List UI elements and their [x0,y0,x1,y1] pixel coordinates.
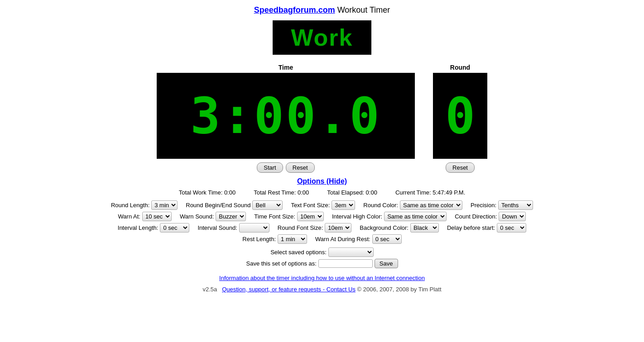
round-length-pair: Round Length: 3 min1 min2 min4 min5 min [111,200,178,210]
start-button[interactable]: Start [257,162,283,173]
bg-color-pair: Background Color: BlackWhiteRedGreenBlue [360,223,439,233]
time-display: 3:00.0 [157,73,415,159]
round-font-size-pair: Round Font Size: 10em8em6em12em [278,223,351,233]
time-btn-row: Start Reset [257,162,314,173]
stats-row: Total Work Time: 0:00 Total Rest Time: 0… [0,189,644,196]
round-sound-select[interactable]: BellBuzzerNone [252,200,283,210]
rest-length-pair: Rest Length: 1 min0 sec30 sec2 min [242,234,307,244]
warn-sound-pair: Warn Sound: BuzzerBellNone [180,212,246,221]
save-row: Select saved options: [28,247,616,257]
warn-sound-select[interactable]: BuzzerBellNone [216,212,246,221]
interval-high-color-select[interactable]: Same as time colorRedGreen [384,212,447,221]
interval-sound-label: Interval Sound: [197,224,237,231]
time-label: Time [279,64,293,71]
total-elapsed-stat: Total Elapsed: 0:00 [327,189,377,196]
total-work-stat: Total Work Time: 0:00 [179,189,235,196]
warn-at-rest-label: Warn At During Rest: [315,236,370,242]
info-link[interactable]: Information about the timer including ho… [0,275,644,281]
round-reset-button[interactable]: Reset [446,162,475,173]
select-saved-select[interactable] [328,247,374,257]
interval-high-color-label: Interval High Color: [332,213,382,220]
warn-at-rest-pair: Warn At During Rest: 0 sec5 sec10 sec [315,234,402,244]
round-btn-row: Reset [446,162,475,173]
select-saved-label: Select saved options: [270,249,327,256]
work-banner: Work [273,20,371,55]
round-display: 0 [433,73,487,159]
round-label: Round [450,64,470,71]
save-button[interactable]: Save [375,259,398,268]
options-row-2: Warn At: 10 sec5 sec0 sec15 sec Warn Sou… [28,212,616,221]
count-direction-label: Count Direction: [455,213,497,220]
rest-length-label: Rest Length: [242,236,276,242]
time-font-size-select[interactable]: 10em8em6em12em [297,212,324,221]
text-font-size-pair: Text Font Size: 3em2em4em [291,200,355,210]
time-font-size-pair: Time Font Size: 10em8em6em12em [254,212,324,221]
warn-at-select[interactable]: 10 sec5 sec0 sec15 sec [142,212,172,221]
interval-length-pair: Interval Length: 0 sec5 sec10 sec [118,223,190,233]
options-row-3: Interval Length: 0 sec5 sec10 sec Interv… [28,223,616,233]
interval-high-color-pair: Interval High Color: Same as time colorR… [332,212,447,221]
delay-before-start-pair: Delay before start: 0 sec5 sec10 sec [447,223,526,233]
footer-version: v2.5a [202,286,217,293]
round-sound-label: Round Begin/End Sound [186,202,250,209]
select-saved-pair: Select saved options: [270,247,374,257]
rest-length-select[interactable]: 1 min0 sec30 sec2 min [278,234,307,244]
round-length-select[interactable]: 3 min1 min2 min4 min5 min [151,200,178,210]
text-font-size-label: Text Font Size: [291,202,330,209]
site-link[interactable]: Speedbagforum.com [254,5,335,14]
interval-length-select[interactable]: 0 sec5 sec10 sec [160,223,189,233]
footer-copyright: © 2006, 2007, 2008 by Tim Platt [357,286,442,293]
round-font-size-select[interactable]: 10em8em6em12em [325,223,351,233]
round-length-label: Round Length: [111,202,149,209]
options-panel: Round Length: 3 min1 min2 min4 min5 min … [28,200,616,268]
round-color-pair: Round Color: Same as time colorRedGreen [363,200,462,210]
precision-label: Precision: [471,202,496,209]
warn-at-rest-select[interactable]: 0 sec5 sec10 sec [372,234,402,244]
count-direction-select[interactable]: DownUp [499,212,526,221]
round-sound-pair: Round Begin/End Sound BellBuzzerNone [186,200,283,210]
save-as-pair: Save this set of options as: Save [246,259,398,268]
round-col: Round 0 Reset [433,64,487,173]
total-rest-stat: Total Rest Time: 0:00 [254,189,309,196]
page-title: Speedbagforum.com Workout Timer [0,5,644,15]
reset-button[interactable]: Reset [286,162,315,173]
bg-color-select[interactable]: BlackWhiteRedGreenBlue [410,223,439,233]
save-as-row: Save this set of options as: Save [28,259,616,268]
interval-length-label: Interval Length: [118,224,159,231]
footer: v2.5a Question, support, or feature requ… [0,286,644,293]
time-col: Time 3:00.0 Start Reset [157,64,415,173]
time-font-size-label: Time Font Size: [254,213,295,220]
text-font-size-select[interactable]: 3em2em4em [332,200,355,210]
contact-link[interactable]: Question, support, or feature requests -… [222,286,356,293]
count-direction-pair: Count Direction: DownUp [455,212,526,221]
round-color-label: Round Color: [363,202,398,209]
save-as-input[interactable] [318,259,373,268]
timer-section: Time 3:00.0 Start Reset Round 0 Reset [0,64,644,173]
options-link[interactable]: Options (Hide) [0,177,644,185]
options-row-4: Rest Length: 1 min0 sec30 sec2 min Warn … [28,234,616,244]
options-row-1: Round Length: 3 min1 min2 min4 min5 min … [28,200,616,210]
interval-sound-select[interactable]: BellBuzzerNone [239,223,269,233]
round-font-size-label: Round Font Size: [278,224,323,231]
warn-sound-label: Warn Sound: [180,213,214,220]
warn-at-label: Warn At: [118,213,140,220]
save-as-label: Save this set of options as: [246,260,316,267]
warn-at-pair: Warn At: 10 sec5 sec0 sec15 sec [118,212,172,221]
interval-sound-pair: Interval Sound: BellBuzzerNone [197,223,269,233]
delay-before-start-select[interactable]: 0 sec5 sec10 sec [497,223,526,233]
bg-color-label: Background Color: [360,224,409,231]
round-color-select[interactable]: Same as time colorRedGreen [400,200,462,210]
precision-select[interactable]: TenthsSeconds [498,200,533,210]
current-time-stat: Current Time: 5:47:49 P.M. [395,189,465,196]
delay-before-start-label: Delay before start: [447,224,495,231]
precision-pair: Precision: TenthsSeconds [471,200,533,210]
